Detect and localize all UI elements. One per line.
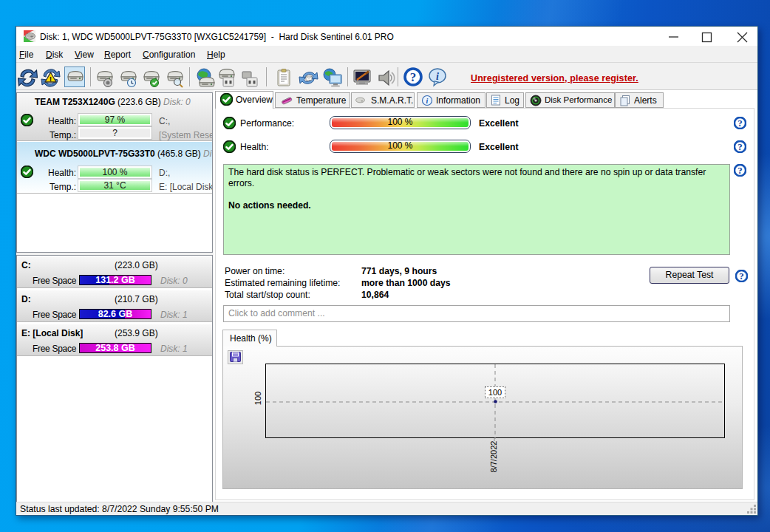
svg-text:i: i — [426, 97, 429, 105]
svg-text:!: ! — [50, 75, 52, 83]
svg-text:?: ? — [410, 70, 417, 84]
svg-text:i: i — [436, 71, 439, 82]
